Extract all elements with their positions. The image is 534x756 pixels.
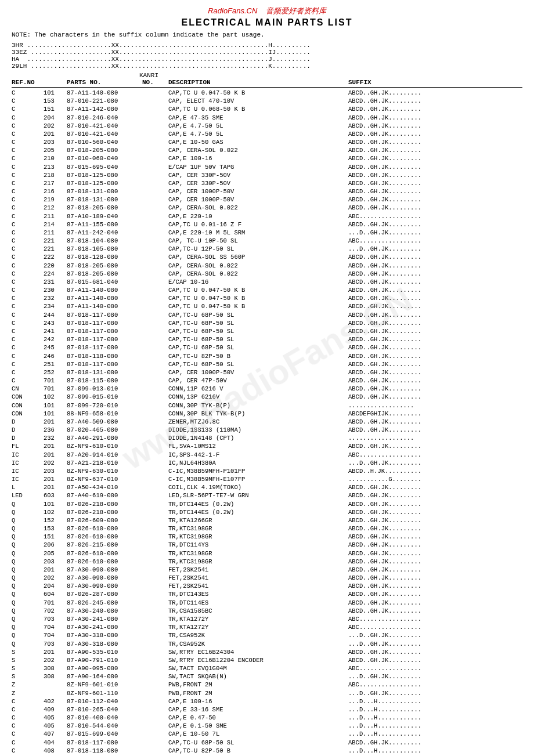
cell-no: 402 xyxy=(44,697,67,706)
cell-kanri xyxy=(142,138,168,146)
cell-parts: 87-010-421-040 xyxy=(67,122,142,130)
table-row: C 251 87-018-117-080 CAP,TC-U 68P-50 SL … xyxy=(12,360,522,368)
cell-desc: CAP,TC-U 68P-50 SL xyxy=(168,343,348,352)
cell-ref: C xyxy=(12,97,44,105)
cell-suffix: ABCD..GH.JK......... xyxy=(348,607,441,615)
cell-kanri xyxy=(142,623,168,631)
cell-ref: L xyxy=(12,483,44,491)
cell-parts: 87-018-118-080 xyxy=(67,747,142,755)
cell-parts: 87-A21-218-010 xyxy=(67,459,142,467)
cell-kanri xyxy=(142,311,168,319)
cell-desc: CAP,TC-U 82P-50 B xyxy=(168,747,348,755)
cell-parts: 87-018-117-080 xyxy=(67,319,142,327)
col-header-suffix: SUFFIX xyxy=(348,79,441,86)
cell-parts: 87-099-015-010 xyxy=(67,393,142,401)
table-row: C 231 87-015-681-040 E/CAP 10-16 ABCD..G… xyxy=(12,278,522,286)
cell-ref: C xyxy=(12,245,44,253)
cell-parts: 87-010-544-040 xyxy=(67,722,142,730)
cell-desc: CONN,30P BLK TYK-B(P) xyxy=(168,410,348,418)
col-header-desc: DESCRIPTION xyxy=(168,79,348,86)
cell-no: 231 xyxy=(44,278,67,286)
cell-no: 409 xyxy=(44,706,67,714)
cell-desc: CAP,TC-U 12P-50 SL xyxy=(168,245,348,253)
cell-ref: C xyxy=(12,138,44,146)
cell-ref: Q xyxy=(12,508,44,516)
cell-ref: CON xyxy=(12,393,44,401)
cell-kanri xyxy=(142,270,168,278)
cell-ref: C xyxy=(12,377,44,385)
cell-desc: TR,KTA1272Y xyxy=(168,623,348,631)
cell-suffix: ABCD..GH.JK......... xyxy=(348,541,441,549)
cell-parts: 87-A90-095-080 xyxy=(67,664,142,672)
cell-no: 704 xyxy=(44,631,67,639)
table-row: C 405 87-010-400-040 CAP,E 0.47-50 ...D.… xyxy=(12,714,522,722)
cell-ref: Q xyxy=(12,525,44,533)
page-title: ELECTRICAL MAIN PARTS LIST xyxy=(12,17,522,28)
cell-suffix: ABCD..GH.JK......... xyxy=(348,343,441,352)
cell-kanri xyxy=(142,352,168,360)
cell-desc: DIODE,1N4148 (CPT) xyxy=(168,434,348,442)
table-row: Q 201 87-A30-090-080 FET,2SK2541 ABCD..G… xyxy=(12,566,522,574)
table-row: C 151 87-A11-142-080 CAP,TC U 0.068-50 K… xyxy=(12,105,522,113)
table-row: C 211 87-A10-189-040 CAP,E 220-10 ABC...… xyxy=(12,212,522,220)
cell-desc: CAP, CER 47P-50V xyxy=(168,377,348,385)
table-row: C 214 87-A11-155-080 CAP,TC U 0.01-16 Z … xyxy=(12,220,522,229)
cell-ref: Q xyxy=(12,516,44,525)
cell-suffix: ABCD..GH.JK......... xyxy=(348,525,441,533)
table-row: C 210 87-010-060-040 CAP,E 100-16 ABCD..… xyxy=(12,154,522,162)
table-row: C 221 87-018-104-080 CAP, TC-U 10P-50 SL… xyxy=(12,237,522,245)
cell-parts: 87-026-610-080 xyxy=(67,533,142,541)
cell-parts: 87-010-221-080 xyxy=(67,97,142,105)
table-row: C 224 87-018-205-080 CAP, CERA-SOL 0.022… xyxy=(12,270,522,278)
cell-kanri xyxy=(142,500,168,508)
cell-ref: C xyxy=(12,286,44,294)
cell-parts: 87-010-400-040 xyxy=(67,714,142,722)
cell-ref: S xyxy=(12,672,44,681)
table-row: C 701 87-018-115-080 CAP, CER 47P-50V AB… xyxy=(12,377,522,385)
cell-desc: TR,KTC3198GR xyxy=(168,533,348,541)
cell-desc: CAP,TC U 0.047-50 K B xyxy=(168,286,348,294)
cell-suffix: ABCD..GH.JK......... xyxy=(348,130,441,138)
cell-kanri xyxy=(142,179,168,187)
table-row: Q 204 87-A30-090-080 FET,2SK2541 ABCD..G… xyxy=(12,582,522,590)
cell-suffix: ABCD..GH.JK......... xyxy=(348,508,441,516)
cell-ref: C xyxy=(12,204,44,212)
cell-no: 101 xyxy=(44,401,67,410)
cell-kanri xyxy=(142,89,168,97)
cell-suffix: ABCD..GH.JK......... xyxy=(348,566,441,574)
cell-desc: CAP, ELECT 470-10V xyxy=(168,97,348,105)
cell-parts: 87-018-105-080 xyxy=(67,245,142,253)
table-row: C 153 87-010-221-080 CAP, ELECT 470-10V … xyxy=(12,97,522,105)
cell-parts: 87-010-265-040 xyxy=(67,706,142,714)
cell-suffix: ABCD..GH.JK......... xyxy=(348,590,441,598)
cell-ref: Q xyxy=(12,558,44,566)
cell-suffix: ABCD..GH.JK......... xyxy=(348,253,441,261)
cell-parts: 87-010-421-040 xyxy=(67,130,142,138)
cell-parts: 8Z-NF9-637-010 xyxy=(67,475,142,483)
cell-suffix: ABCD..GH.JK......... xyxy=(348,154,441,162)
cell-no: 214 xyxy=(44,220,67,229)
table-row: Q 703 87-A30-241-080 TR,KTA1272Y ABC....… xyxy=(12,615,522,623)
cell-kanri xyxy=(142,204,168,212)
table-row: D 201 87-A40-509-080 ZENER,MTZJ6.8C ABCD… xyxy=(12,418,522,426)
table-row: C 234 87-A11-140-080 CAP,TC U 0.047-50 K… xyxy=(12,302,522,310)
cell-parts: 87-018-104-080 xyxy=(67,237,142,245)
table-row: C 218 87-018-125-080 CAP, CER 330P-50V A… xyxy=(12,171,522,179)
cell-parts: 87-020-465-080 xyxy=(67,426,142,434)
cell-kanri xyxy=(142,434,168,442)
cell-parts: 87-010-246-040 xyxy=(67,114,142,122)
cell-suffix: ABCD..GH.JK......... xyxy=(348,187,441,196)
cell-no: 244 xyxy=(44,311,67,319)
cell-desc: SW,TACT SKQAB(N) xyxy=(168,672,348,681)
table-row: Q 205 87-026-610-080 TR,KTC3198GR ABCD..… xyxy=(12,549,522,558)
cell-desc: CAP, CER 330P-50V xyxy=(168,179,348,187)
cell-desc: TR,DTC144ES (0.2W) xyxy=(168,500,348,508)
cell-suffix: ABCD..GH.JK......... xyxy=(348,500,441,508)
cell-no: 407 xyxy=(44,730,67,738)
cell-no: 252 xyxy=(44,368,67,377)
site-header-text: RadioFans.CN xyxy=(208,6,257,15)
cell-ref: IC xyxy=(12,459,44,467)
table-row: C 243 87-018-117-080 CAP,TC-U 68P-50 SL … xyxy=(12,319,522,327)
cell-desc: CAP,E 100-16 xyxy=(168,154,348,162)
cell-no: 212 xyxy=(44,204,67,212)
